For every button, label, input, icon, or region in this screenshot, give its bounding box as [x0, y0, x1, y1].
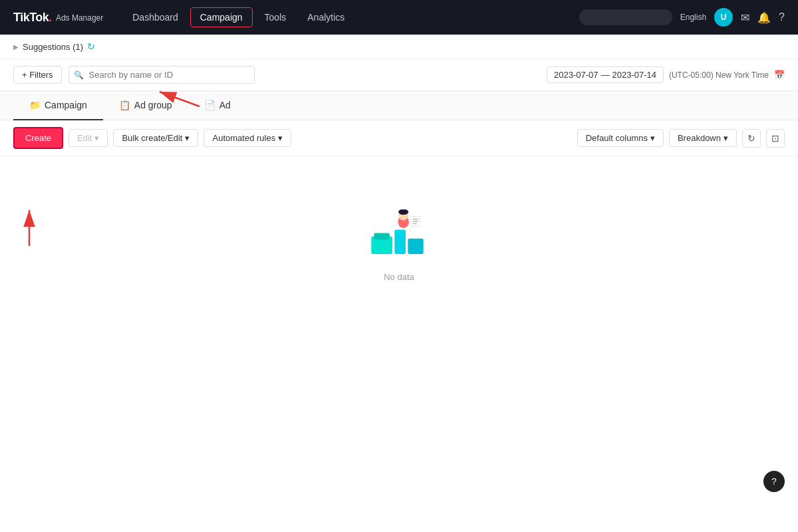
date-range-picker[interactable]: 2023-07-07 — 2023-07-14	[547, 66, 664, 83]
refresh-icon: ↻	[747, 133, 755, 144]
tab-ad-group[interactable]: 📋 Ad group	[103, 91, 188, 120]
right-actions: Default columns ▾ Breakdown ▾ ↻ ⊡	[577, 129, 785, 148]
tab-campaign-label: Campaign	[45, 100, 87, 110]
filters-bar: + Filters 🔍 2023-07-07 — 2023-07-14 (UTC…	[0, 59, 798, 91]
edit-chevron-icon: ▾	[94, 133, 99, 143]
ad-group-tab-icon: 📋	[119, 100, 130, 110]
nav-analytics[interactable]: Analytics	[298, 8, 354, 27]
nav-links: Dashboard Campaign Tools Analytics	[123, 7, 579, 27]
date-start: 2023-07-07	[554, 70, 598, 80]
edit-button[interactable]: Edit ▾	[68, 129, 108, 147]
breakdown-chevron-icon: ▾	[724, 133, 728, 143]
tab-ad-label: Ad	[219, 100, 231, 110]
brand-logo: TikTok. Ads Manager	[13, 11, 103, 25]
floating-help-button[interactable]: ?	[763, 471, 785, 492]
bulk-chevron-icon: ▾	[185, 133, 190, 143]
nav-campaign[interactable]: Campaign	[190, 7, 253, 27]
brand-dot: .	[49, 11, 52, 24]
empty-state: No data	[0, 156, 798, 322]
language-selector[interactable]: English	[680, 13, 706, 22]
automated-label: Automated rules	[212, 133, 275, 143]
empty-text: No data	[384, 272, 414, 282]
automated-rules-button[interactable]: Automated rules ▾	[203, 129, 291, 147]
suggestions-arrow: ▶	[13, 43, 19, 51]
default-columns-button[interactable]: Default columns ▾	[577, 129, 664, 147]
breakdown-label: Breakdown	[678, 133, 721, 143]
calendar-icon[interactable]: 📅	[774, 70, 785, 80]
date-end: 2023-07-14	[612, 70, 656, 80]
delete-button[interactable]: ⊡	[766, 129, 785, 148]
suggestions-label[interactable]: Suggestions (1)	[23, 42, 83, 52]
ad-tab-icon: 📄	[204, 100, 215, 110]
svg-rect-2	[394, 229, 406, 254]
nav-right: English U ✉ 🔔 ?	[579, 8, 785, 27]
bell-icon[interactable]: 🔔	[757, 11, 771, 24]
suggestions-bar: ▶ Suggestions (1) ↻	[0, 35, 798, 59]
edit-label: Edit	[77, 133, 92, 143]
svg-rect-1	[374, 233, 390, 239]
bulk-create-edit-button[interactable]: Bulk create/Edit ▾	[113, 129, 198, 147]
svg-rect-3	[408, 239, 423, 254]
help-nav-icon[interactable]: ?	[779, 11, 785, 23]
automated-chevron-icon: ▾	[278, 133, 283, 143]
empty-illustration	[366, 209, 432, 263]
avatar[interactable]: U	[714, 8, 733, 27]
tab-ad-group-label: Ad group	[134, 100, 172, 110]
refresh-button[interactable]: ↻	[742, 129, 761, 148]
default-columns-label: Default columns	[586, 133, 648, 143]
nav-tools[interactable]: Tools	[255, 8, 296, 27]
mail-icon[interactable]: ✉	[741, 11, 749, 24]
date-range: 2023-07-07 — 2023-07-14 (UTC-05:00) New …	[547, 66, 785, 83]
nav-dashboard[interactable]: Dashboard	[123, 8, 188, 27]
brand-name: TikTok.	[13, 11, 52, 25]
main-content: ▶ Suggestions (1) ↻ + Filters 🔍 2023-07-…	[0, 35, 798, 532]
top-navigation: TikTok. Ads Manager Dashboard Campaign T…	[0, 0, 798, 35]
date-separator: —	[600, 70, 609, 80]
filters-button[interactable]: + Filters	[13, 66, 62, 84]
search-input[interactable]	[68, 66, 255, 84]
actions-row: Create Edit ▾ Bulk create/Edit ▾ Automat…	[0, 120, 798, 156]
tab-campaign[interactable]: 📁 Campaign	[13, 91, 103, 120]
bulk-label: Bulk create/Edit	[122, 133, 182, 143]
nav-search-input[interactable]	[579, 9, 672, 25]
columns-chevron-icon: ▾	[650, 133, 655, 143]
suggestions-refresh-icon[interactable]: ↻	[87, 41, 95, 52]
brand-subtitle: Ads Manager	[56, 13, 103, 23]
search-icon: 🔍	[74, 70, 84, 80]
tab-ad[interactable]: 📄 Ad	[188, 91, 247, 120]
delete-icon: ⊡	[771, 133, 779, 144]
search-wrap: 🔍	[68, 66, 255, 84]
campaign-tab-icon: 📁	[29, 100, 41, 110]
create-button[interactable]: Create	[13, 127, 63, 149]
breakdown-button[interactable]: Breakdown ▾	[669, 129, 737, 147]
tabs-row: 📁 Campaign 📋 Ad group 📄 Ad	[0, 91, 798, 120]
floating-help-icon: ?	[771, 476, 777, 487]
timezone-label: (UTC-05:00) New York Time	[669, 70, 769, 80]
